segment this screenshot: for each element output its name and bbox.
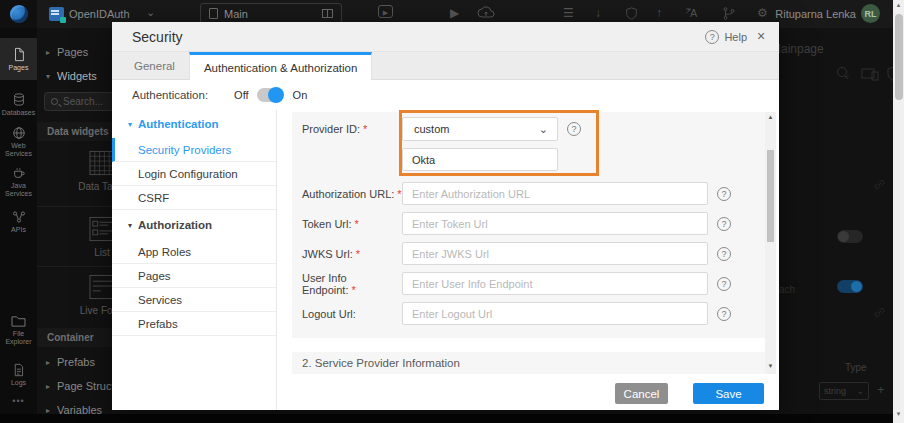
save-button[interactable]: Save: [693, 383, 764, 404]
caret-right-icon: ▸: [46, 358, 50, 367]
property-toggle-on[interactable]: [837, 280, 863, 293]
required-asterisk: *: [397, 188, 401, 200]
localization-icon[interactable]: A: [685, 6, 702, 20]
tree-page-structure[interactable]: ▸ Page Structure: [37, 380, 112, 392]
tree-prefabs[interactable]: ▸ Prefabs: [37, 356, 112, 368]
authentication-toggle[interactable]: [257, 88, 283, 102]
branch-icon[interactable]: [722, 6, 736, 21]
rail-item-logs[interactable]: Logs: [0, 356, 37, 394]
scrollbar-thumb[interactable]: [895, 14, 903, 100]
provider-id-label: Provider ID:*: [292, 123, 402, 135]
tree-pages[interactable]: ▸ Pages: [37, 46, 112, 58]
nav-item-pages[interactable]: Pages: [112, 264, 276, 288]
provider-id-select[interactable]: custom ⌄: [402, 117, 558, 141]
scroll-up-icon[interactable]: ▲: [893, 2, 904, 8]
pull-icon[interactable]: ↓: [595, 5, 601, 21]
chevron-down-icon: ⌄: [856, 386, 864, 396]
logout-url-input[interactable]: [402, 302, 708, 325]
custom-provider-input[interactable]: [402, 148, 558, 171]
token-url-input[interactable]: [402, 212, 708, 235]
nav-item-security-providers[interactable]: Security Providers: [112, 138, 276, 162]
user-name[interactable]: Rituparna Lenka: [775, 8, 856, 20]
cancel-button[interactable]: Cancel: [615, 383, 668, 404]
widget-tile-data-table[interactable]: Data Table: [37, 150, 112, 192]
status-strip: [0, 414, 893, 423]
add-variable-icon[interactable]: +: [877, 382, 885, 397]
property-label-fragment: ach: [779, 284, 795, 295]
authorization-url-help-icon[interactable]: ?: [717, 187, 731, 201]
avatar[interactable]: RL: [861, 4, 880, 23]
apis-icon: [12, 210, 26, 224]
toggle-on-label: On: [293, 89, 308, 101]
security-nav: ▾ Authentication Security Providers Logi…: [112, 110, 277, 410]
user-info-endpoint-help-icon[interactable]: ?: [717, 277, 731, 291]
tree-prefabs-label: Prefabs: [57, 356, 95, 368]
link-icon[interactable]: [873, 178, 886, 191]
nav-item-csrf[interactable]: CSRF: [112, 186, 276, 210]
page-tab-main[interactable]: Main: [200, 3, 342, 24]
provider-help-icon[interactable]: ?: [567, 122, 581, 136]
settings-gear-icon[interactable]: ⚙: [757, 5, 768, 21]
tree-widgets-label: Widgets: [57, 70, 97, 82]
live-form-icon: [89, 274, 113, 300]
export-icon[interactable]: ↑: [656, 5, 662, 21]
jwks-url-input[interactable]: [402, 242, 708, 265]
scroll-down-icon[interactable]: ▼: [893, 411, 904, 417]
nav-section-authentication[interactable]: ▾ Authentication: [112, 110, 276, 138]
security-dialog: Security ? Help × General Authentication…: [112, 22, 779, 410]
jwks-url-help-icon[interactable]: ?: [717, 247, 731, 261]
chevron-down-icon: ⌄: [539, 123, 548, 136]
nav-item-prefabs[interactable]: Prefabs: [112, 312, 276, 336]
rail-item-apis[interactable]: APIs: [0, 204, 37, 240]
tree-widgets[interactable]: ▾ Widgets: [37, 70, 112, 82]
run-icon[interactable]: ▶: [450, 5, 459, 21]
service-provider-section: 2. Service Provider Information: [292, 352, 765, 374]
security-shield-icon[interactable]: [625, 6, 638, 21]
form-scrollbar-thumb[interactable]: [767, 150, 774, 242]
project-chevron-down-icon[interactable]: ⌄: [146, 6, 155, 19]
layout-columns-icon: [322, 9, 333, 18]
form-scrollbar[interactable]: ▲ ▼: [765, 112, 776, 374]
user-info-endpoint-row: User Info Endpoint:* ?: [292, 272, 765, 295]
link-icon[interactable]: [873, 306, 886, 319]
nav-item-services[interactable]: Services: [112, 288, 276, 312]
widget-search[interactable]: [44, 92, 112, 111]
widget-tile-list[interactable]: List: [37, 216, 112, 258]
left-icon-rail: Pages Databases Web Services Java Servic…: [0, 28, 37, 423]
logout-url-help-icon[interactable]: ?: [717, 307, 731, 321]
user-info-endpoint-input[interactable]: [402, 272, 708, 295]
nav-item-app-roles[interactable]: App Roles: [112, 240, 276, 264]
window-scrollbar[interactable]: ▲ ▼: [893, 0, 904, 423]
tab-authentication-authorization[interactable]: Authentication & Authorization: [189, 52, 372, 80]
scroll-down-icon[interactable]: ▼: [765, 363, 776, 369]
preview-player-icon[interactable]: ▶: [378, 5, 393, 18]
app-logo[interactable]: [0, 0, 37, 28]
cloud-push-icon[interactable]: [477, 6, 495, 20]
authorization-url-input[interactable]: [402, 182, 708, 205]
service-provider-section-label: 2. Service Provider Information: [302, 357, 460, 369]
zoom-cancel-icon[interactable]: [835, 66, 851, 82]
property-toggle-off[interactable]: [837, 230, 863, 243]
rail-item-java-services[interactable]: Java Services: [0, 160, 37, 204]
tab-general[interactable]: General: [120, 52, 189, 80]
databases-icon: [12, 92, 26, 107]
file-explorer-icon: [11, 315, 26, 328]
rail-item-databases[interactable]: Databases: [0, 84, 37, 124]
nav-section-authorization[interactable]: ▾ Authorization: [112, 210, 276, 240]
rail-item-file-explorer[interactable]: File Explorer: [0, 308, 37, 352]
rail-item-web-services[interactable]: Web Services: [0, 120, 37, 164]
menu-lines-icon[interactable]: ☰: [563, 5, 574, 21]
search-input[interactable]: [63, 96, 112, 107]
project-name[interactable]: OpenIDAuth: [69, 8, 130, 20]
close-icon[interactable]: ×: [753, 28, 769, 44]
type-select[interactable]: string ⌄: [819, 382, 869, 400]
widget-tile-live-form[interactable]: Live Form: [37, 274, 112, 316]
scroll-up-icon[interactable]: ▲: [765, 114, 776, 120]
rail-item-pages[interactable]: Pages: [0, 38, 37, 80]
token-url-help-icon[interactable]: ?: [717, 217, 731, 231]
nav-item-login-configuration[interactable]: Login Configuration: [112, 162, 276, 186]
help-button[interactable]: ? Help: [705, 22, 747, 52]
rail-more-icon[interactable]: •••: [0, 396, 37, 406]
devices-icon[interactable]: [861, 68, 879, 81]
svg-text:A: A: [690, 7, 698, 19]
